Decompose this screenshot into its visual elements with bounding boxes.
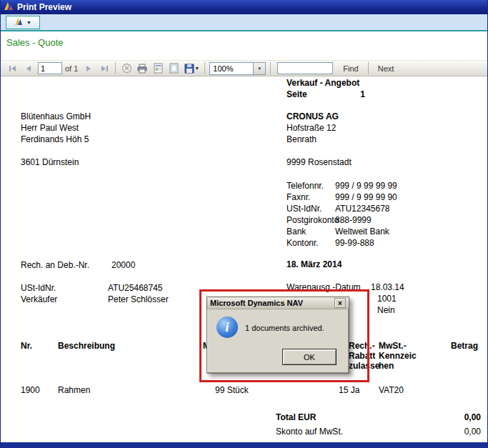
cancel-rendering-button[interactable] <box>119 61 134 76</box>
col-header-vat-l3: hen <box>379 361 394 371</box>
company-street: Hofstraße 12 <box>287 123 336 133</box>
contact-value: 999 / 9 99 99 90 <box>335 192 397 202</box>
find-next-button[interactable]: Next <box>372 63 401 74</box>
page-count-label: of 1 <box>65 64 78 73</box>
print-button[interactable] <box>134 61 150 76</box>
next-page-icon <box>84 64 94 73</box>
vat-reg-label: USt-IdNr. <box>21 283 56 293</box>
nav-logo-icon <box>14 17 24 28</box>
recipient-line: Ferdinands Höh 5 <box>21 134 89 144</box>
col-header-discount-l3: zulasse <box>349 361 379 371</box>
page-setup-button[interactable] <box>166 61 181 76</box>
recipient-city: 3601 Dürnstein <box>21 157 79 167</box>
zoom-value: 100% <box>209 62 254 75</box>
export-button[interactable]: ▼ <box>181 61 201 76</box>
col-header-amount: Betrag <box>429 341 478 351</box>
contact-label: USt-IdNr. <box>287 204 322 214</box>
dialog-titlebar: Microsoft Dynamics NAV × <box>207 297 349 309</box>
previous-page-icon <box>24 64 34 73</box>
report-toolbar: of 1 <box>1 60 487 76</box>
print-layout-button[interactable] <box>150 61 166 76</box>
first-page-icon <box>8 64 18 73</box>
order-number-value: 1001 <box>377 294 397 304</box>
salesperson-value: Peter Schlösser <box>108 294 169 304</box>
total-label: Total EUR <box>276 412 316 422</box>
contact-value: Weltweit Bank <box>335 227 389 237</box>
contact-label: Faxnr. <box>287 192 310 202</box>
row-vat-code: VAT20 <box>379 385 404 395</box>
toolbar-separator <box>368 62 369 74</box>
ok-button[interactable]: OK <box>282 349 337 365</box>
toolbar-separator <box>115 62 116 74</box>
bill-to-label: Rech. an Deb.-Nr. <box>21 260 89 270</box>
col-header-description: Beschreibung <box>58 341 115 351</box>
window-bottom-border <box>1 442 487 448</box>
menu-bar: ▼ <box>1 14 487 31</box>
chevron-down-icon: ▼ <box>26 20 31 25</box>
col-header-discount-l2: Rabatt <box>349 351 375 361</box>
page-title: Sales - Quote <box>6 37 64 48</box>
contact-value: ATU12345678 <box>335 204 390 214</box>
last-page-icon <box>99 64 109 73</box>
search-input[interactable] <box>277 62 333 74</box>
flag-value: Nein <box>377 305 395 315</box>
col-header-vat-l1: MwSt.- <box>379 341 407 351</box>
recipient-line: Blütenhaus GmbH <box>21 111 91 121</box>
zoom-select[interactable]: 100% ▼ <box>209 62 266 75</box>
toolbar-separator <box>204 62 205 74</box>
page-setup-icon <box>169 63 179 74</box>
dialog-close-button[interactable]: × <box>334 298 346 308</box>
col-header-vat-l2: Kennzeic <box>379 351 417 361</box>
recipient-line: Herr Paul West <box>21 123 79 133</box>
contact-label: Kontonr. <box>287 238 319 248</box>
dialog-title: Microsoft Dynamics NAV <box>210 299 334 307</box>
cancel-icon <box>121 63 132 74</box>
report-page-number: 1 <box>315 89 365 99</box>
vat-reg-value: ATU25468745 <box>108 283 163 293</box>
dialog-message: 1 documents archived. <box>245 324 324 332</box>
first-page-button[interactable] <box>5 61 21 76</box>
contact-value: 999 / 9 99 99 99 <box>335 181 397 191</box>
contact-value: 99-99-888 <box>335 238 374 248</box>
row-quantity: 99 Stück <box>215 385 249 395</box>
company-city: 9999 Rosenstadt <box>287 157 352 167</box>
print-preview-window: Print Preview ▼ Sales - Quote <box>0 0 488 448</box>
window-title: Print Preview <box>17 2 71 12</box>
page-number-input[interactable] <box>38 62 62 74</box>
row-discount: 15 Ja <box>339 385 359 395</box>
info-icon: i <box>216 317 238 338</box>
col-header-discount-l1: Rech.- <box>349 341 375 351</box>
shipment-date-value: 18.03.14 <box>371 282 404 292</box>
company-district: Benrath <box>287 134 317 144</box>
print-layout-icon <box>153 63 164 74</box>
toolbar-separator <box>270 62 271 74</box>
window-titlebar: Print Preview <box>1 0 487 14</box>
nav-menu-button[interactable]: ▼ <box>6 16 40 29</box>
skonto-label: Skonto auf MwSt. <box>276 427 343 437</box>
message-dialog: Microsoft Dynamics NAV × i 1 documents a… <box>206 297 349 374</box>
next-page-button[interactable] <box>81 61 96 76</box>
contact-label: Bank <box>287 227 306 237</box>
company-name: CRONUS AG <box>287 111 339 121</box>
bill-to-value: 20000 <box>111 260 135 270</box>
app-logo-icon <box>4 1 14 14</box>
last-page-button[interactable] <box>96 61 112 76</box>
previous-page-button[interactable] <box>21 61 36 76</box>
zoom-caret-icon: ▼ <box>254 62 266 75</box>
contact-label: Telefonnr. <box>287 181 324 191</box>
row-item-no: 1900 <box>21 385 40 395</box>
shipment-date-label: Warenausg.-Datum <box>287 282 361 292</box>
skonto-value: 0,00 <box>429 427 481 437</box>
report-page-label: Seite <box>287 89 307 99</box>
total-value: 0,00 <box>429 412 481 422</box>
report-title: Verkauf - Angebot <box>287 78 359 88</box>
row-description: Rahmen <box>58 385 90 395</box>
save-export-icon <box>184 63 194 74</box>
salesperson-label: Verkäufer <box>21 294 57 304</box>
document-date: 18. März 2014 <box>287 259 342 269</box>
contact-value: 888-9999 <box>335 215 372 225</box>
find-button[interactable]: Find <box>337 63 364 74</box>
export-caret-icon: ▼ <box>194 66 199 71</box>
contact-label: Postgirokonto <box>287 215 339 225</box>
col-header-nr: Nr. <box>21 341 32 351</box>
